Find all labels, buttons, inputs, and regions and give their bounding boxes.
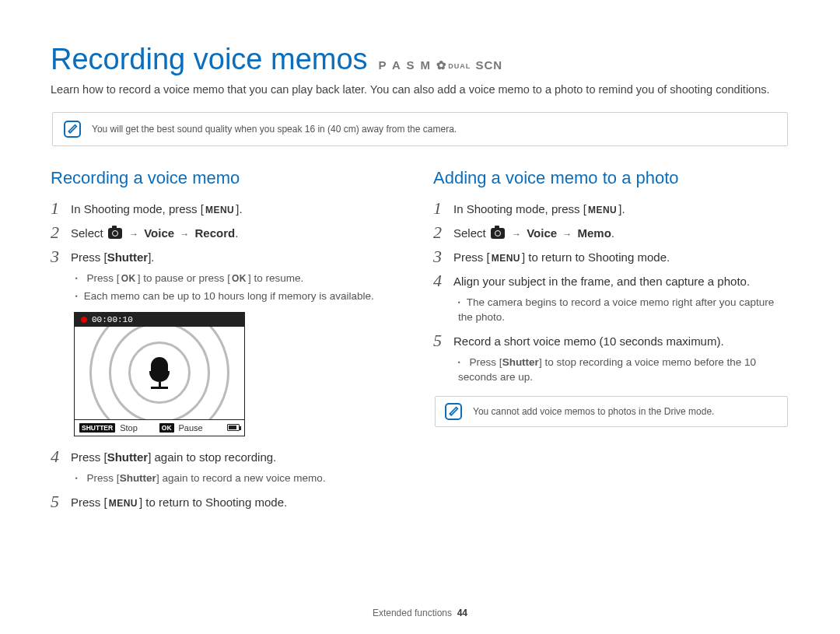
step-number: 5 [433,331,453,349]
step-number: 5 [51,492,71,510]
step-text: In Shooting mode, press [MENU]. [71,201,243,217]
menu-button-label: MENU [490,252,522,265]
bullet-item: Each memo can be up to 10 hours long if … [75,289,407,304]
left-step-3: 3 Press [Shutter]. [51,247,407,265]
microphone-icon [149,357,170,389]
sub-bullet-list: Press [OK] to pause or press [OK] to res… [75,271,407,304]
menu-button-label: MENU [107,497,139,510]
content-columns: Recording a voice memo 1 In Shooting mod… [51,168,789,517]
left-step-2: 2 Select → Voice → Record. [51,223,407,241]
camera-icon [491,228,505,239]
note-text: You cannot add voice memos to photos in … [473,406,714,417]
section-title-right: Adding a voice memo to a photo [433,168,789,188]
stop-label: Stop [120,423,138,433]
left-step-4: 4 Press [Shutter] again to stop recordin… [51,447,407,465]
battery-icon [227,424,240,431]
page-footer: Extended functions 44 [0,608,840,618]
camera-icon [108,228,122,239]
bullet-item: The camera begins to record a voice memo… [458,296,789,325]
left-step-1: 1 In Shooting mode, press [MENU]. [51,199,407,217]
step-text: Press [Shutter]. [71,249,155,265]
modes-scn: SCN [475,58,502,72]
manual-page: Recording voice memos P A S M ✿DUAL SCN … [0,0,840,634]
step-number: 4 [51,447,71,465]
step-text: Press [MENU] to return to Shooting mode. [71,494,287,510]
pause-label: Pause [179,423,203,433]
left-step-5: 5 Press [MENU] to return to Shooting mod… [51,492,407,510]
arrow-icon: → [177,229,191,240]
hand-icon: ✿ [436,58,448,72]
step-text: Press [MENU] to return to Shooting mode. [453,249,670,265]
note-callout-top: You will get the best sound quality when… [52,112,788,146]
arrow-icon: → [560,229,574,240]
pencil-note-icon [64,121,81,138]
arrow-icon: → [127,229,141,240]
modes-pasm: P A S M [379,58,432,72]
footer-page-number: 44 [457,608,467,618]
note-callout-right: You cannot add voice memos to photos in … [435,396,788,427]
screenshot-topbar: 00:00:10 [75,313,244,327]
right-step-4: 4 Align your subject in the frame, and t… [433,271,789,289]
step-number: 4 [433,271,453,289]
menu-button-label: MENU [586,204,618,217]
modes-dual: DUAL [448,62,471,70]
step-text: Align your subject in the frame, and the… [453,273,750,289]
mode-indicator: P A S M ✿DUAL SCN [379,58,502,72]
step-number: 3 [433,247,453,265]
screenshot-body [75,327,244,420]
right-step-3: 3 Press [MENU] to return to Shooting mod… [433,247,789,265]
sub-bullet-list: Press [Shutter] again to record a new vo… [75,471,407,486]
note-text: You will get the best sound quality when… [92,124,457,135]
menu-button-label: MENU [204,204,236,217]
page-header: Recording voice memos P A S M ✿DUAL SCN [51,43,789,76]
recording-timer: 00:00:10 [92,315,133,324]
footer-section: Extended functions [373,608,452,618]
step-number: 3 [51,247,71,265]
intro-text: Learn how to record a voice memo that yo… [51,82,789,98]
step-text: Select → Voice → Record. [71,225,238,241]
step-text: Select → Voice → Memo. [453,225,614,241]
step-number: 1 [433,199,453,217]
screenshot-bottombar: SHUTTER Stop OK Pause [75,420,244,436]
ok-key-label: OK [159,423,174,433]
step-text: Press [Shutter] again to stop recording. [71,449,276,465]
ok-button-label: OK [230,272,248,285]
step-text: Record a short voice memo (10 seconds ma… [453,333,724,349]
left-column: Recording a voice memo 1 In Shooting mod… [51,168,407,517]
step-number: 2 [51,223,71,241]
right-column: Adding a voice memo to a photo 1 In Shoo… [433,168,789,517]
sub-bullet-list: The camera begins to record a voice memo… [458,296,789,325]
step-text: In Shooting mode, press [MENU]. [453,201,625,217]
section-title-left: Recording a voice memo [51,168,407,188]
record-dot-icon [81,317,87,323]
page-title: Recording voice memos [51,43,368,76]
pencil-note-icon [445,403,462,420]
ok-button-label: OK [120,272,138,285]
right-step-2: 2 Select → Voice → Memo. [433,223,789,241]
shutter-key-label: SHUTTER [79,423,115,433]
step-number: 2 [433,223,453,241]
bullet-item: Press [Shutter] to stop recording a voic… [458,356,789,385]
step-number: 1 [51,199,71,217]
right-step-5: 5 Record a short voice memo (10 seconds … [433,331,789,349]
bullet-item: Press [OK] to pause or press [OK] to res… [75,271,407,286]
arrow-icon: → [509,229,523,240]
bullet-item: Press [Shutter] again to record a new vo… [75,471,407,486]
camera-screenshot: 00:00:10 SHUTTER Stop [74,312,245,436]
right-step-1: 1 In Shooting mode, press [MENU]. [433,199,789,217]
sub-bullet-list: Press [Shutter] to stop recording a voic… [458,356,789,385]
